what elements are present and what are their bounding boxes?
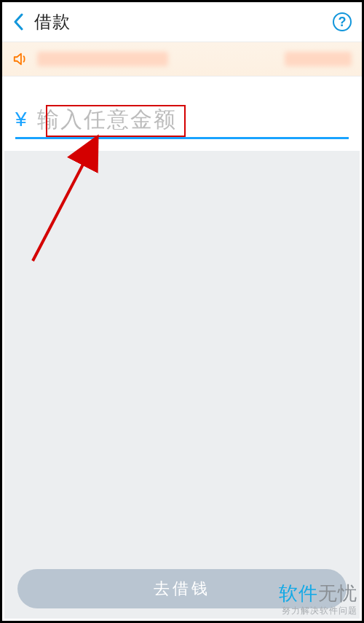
content-background [4, 151, 360, 560]
announcement-text-redacted-2 [285, 52, 352, 66]
app-screen: 借款 ? ¥ 去借钱 [0, 0, 364, 623]
back-chevron-icon [13, 13, 23, 31]
header-left: 借款 [12, 10, 71, 34]
announcement-bar[interactable] [2, 42, 362, 77]
announcement-text-redacted [37, 52, 168, 66]
borrow-button[interactable]: 去借钱 [17, 569, 347, 608]
back-button[interactable] [12, 12, 24, 31]
amount-input[interactable] [37, 107, 349, 132]
help-button[interactable]: ? [333, 12, 352, 31]
primary-action-bar: 去借钱 [4, 559, 360, 619]
amount-row: ¥ [15, 101, 349, 139]
currency-symbol: ¥ [15, 109, 27, 130]
header: 借款 ? [2, 2, 362, 42]
speaker-icon [12, 51, 28, 67]
help-icon: ? [339, 15, 347, 29]
page-title: 借款 [34, 10, 71, 34]
borrow-button-label: 去借钱 [154, 579, 210, 597]
amount-section: ¥ [2, 77, 362, 139]
